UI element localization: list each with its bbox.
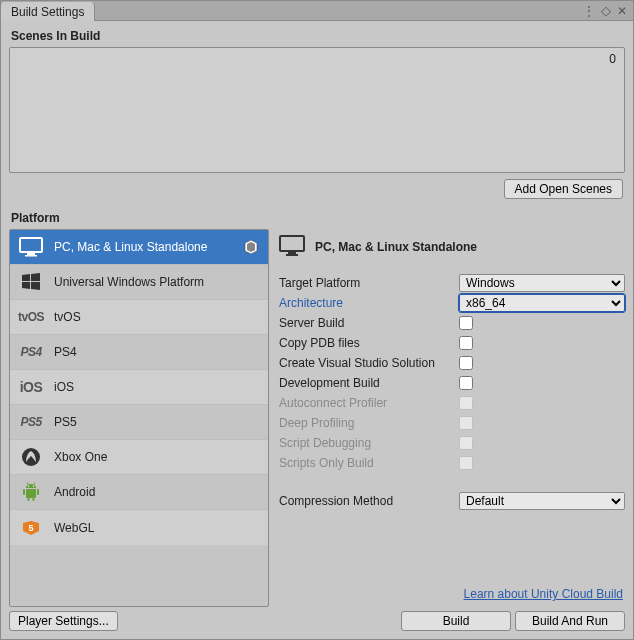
tvos-icon: tvOS	[18, 310, 44, 324]
platform-item-standalone[interactable]: PC, Mac & Linux Standalone	[10, 230, 268, 265]
svg-rect-7	[23, 489, 25, 495]
script-debug-label: Script Debugging	[279, 436, 459, 450]
copy-pdb-checkbox[interactable]	[459, 336, 473, 350]
compression-select[interactable]: Default	[459, 492, 625, 510]
architecture-label: Architecture	[279, 296, 459, 310]
kebab-menu-icon[interactable]: ⋮	[583, 4, 595, 18]
platform-item-ps4[interactable]: PS4 PS4	[10, 335, 268, 370]
detail-title: PC, Mac & Linux Standalone	[315, 240, 477, 254]
scripts-only-checkbox	[459, 456, 473, 470]
scripts-only-label: Scripts Only Build	[279, 456, 459, 470]
ios-icon: iOS	[18, 379, 44, 395]
svg-rect-2	[25, 255, 37, 257]
ps5-icon: PS5	[18, 415, 44, 429]
architecture-select[interactable]: x86_64	[459, 294, 625, 312]
script-debug-checkbox	[459, 436, 473, 450]
svg-point-14	[33, 485, 34, 486]
svg-rect-0	[20, 238, 42, 252]
server-build-label: Server Build	[279, 316, 459, 330]
svg-rect-6	[26, 489, 36, 498]
popout-icon[interactable]: ◇	[601, 3, 611, 18]
svg-point-13	[28, 485, 29, 486]
titlebar: Build Settings ⋮ ◇ ✕	[1, 1, 633, 21]
platform-item-webgl[interactable]: 5 WebGL	[10, 510, 268, 545]
platform-item-ios[interactable]: iOS iOS	[10, 370, 268, 405]
platform-item-label: PS5	[54, 415, 232, 429]
platform-item-label: PC, Mac & Linux Standalone	[54, 240, 232, 254]
platform-item-android[interactable]: Android	[10, 475, 268, 510]
platform-item-xboxone[interactable]: Xbox One	[10, 440, 268, 475]
unity-icon	[242, 239, 260, 255]
monitor-icon	[279, 235, 305, 260]
svg-rect-18	[286, 254, 298, 256]
copy-pdb-label: Copy PDB files	[279, 336, 459, 350]
svg-rect-10	[33, 498, 35, 501]
target-platform-label: Target Platform	[279, 276, 459, 290]
platform-list: PC, Mac & Linux Standalone Universal Win…	[9, 229, 269, 607]
dev-build-checkbox[interactable]	[459, 376, 473, 390]
svg-point-5	[22, 448, 40, 466]
monitor-icon	[18, 237, 44, 257]
server-build-checkbox[interactable]	[459, 316, 473, 330]
ps4-icon: PS4	[18, 345, 44, 359]
compression-label: Compression Method	[279, 494, 459, 508]
svg-rect-16	[280, 236, 304, 251]
build-and-run-button[interactable]: Build And Run	[515, 611, 625, 631]
platform-item-label: iOS	[54, 380, 232, 394]
platform-item-ps5[interactable]: PS5 PS5	[10, 405, 268, 440]
platform-label: Platform	[11, 211, 625, 225]
windows-icon	[18, 272, 44, 292]
create-vs-checkbox[interactable]	[459, 356, 473, 370]
platform-item-label: Universal Windows Platform	[54, 275, 232, 289]
svg-rect-17	[288, 252, 296, 254]
svg-text:5: 5	[28, 523, 33, 533]
cloud-build-link[interactable]: Learn about Unity Cloud Build	[464, 587, 623, 601]
deep-profiling-checkbox	[459, 416, 473, 430]
build-settings-window: Build Settings ⋮ ◇ ✕ Scenes In Build 0 A…	[0, 0, 634, 640]
platform-detail-panel: PC, Mac & Linux Standalone Target Platfo…	[279, 229, 625, 607]
scene-index-0: 0	[609, 52, 616, 66]
target-platform-select[interactable]: Windows	[459, 274, 625, 292]
platform-item-label: PS4	[54, 345, 232, 359]
svg-line-11	[27, 483, 29, 486]
webgl-icon: 5	[18, 519, 44, 537]
dev-build-label: Development Build	[279, 376, 459, 390]
svg-rect-1	[27, 253, 35, 255]
create-vs-label: Create Visual Studio Solution	[279, 356, 459, 370]
platform-item-label: Android	[54, 485, 232, 499]
build-button[interactable]: Build	[401, 611, 511, 631]
close-icon[interactable]: ✕	[617, 4, 627, 18]
android-icon	[18, 482, 44, 502]
deep-profiling-label: Deep Profiling	[279, 416, 459, 430]
autoconnect-checkbox	[459, 396, 473, 410]
xbox-icon	[18, 447, 44, 467]
platform-item-tvos[interactable]: tvOS tvOS	[10, 300, 268, 335]
add-open-scenes-button[interactable]: Add Open Scenes	[504, 179, 623, 199]
svg-line-12	[34, 483, 36, 486]
player-settings-button[interactable]: Player Settings...	[9, 611, 118, 631]
tab-build-settings[interactable]: Build Settings	[1, 2, 95, 21]
platform-item-label: tvOS	[54, 310, 232, 324]
scenes-list[interactable]: 0	[9, 47, 625, 173]
scenes-in-build-label: Scenes In Build	[11, 29, 625, 43]
svg-rect-8	[37, 489, 39, 495]
platform-item-label: WebGL	[54, 521, 232, 535]
platform-item-uwp[interactable]: Universal Windows Platform	[10, 265, 268, 300]
autoconnect-label: Autoconnect Profiler	[279, 396, 459, 410]
platform-item-label: Xbox One	[54, 450, 232, 464]
svg-rect-9	[28, 498, 30, 501]
